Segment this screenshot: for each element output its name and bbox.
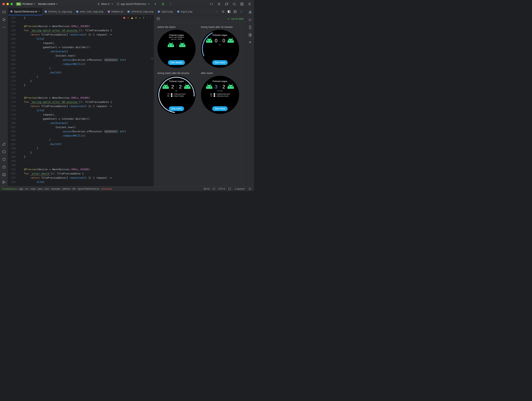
device-manager-icon[interactable] [248, 25, 252, 29]
settings-icon[interactable] [240, 2, 244, 6]
file-encoding[interactable]: UTF-8 [218, 187, 225, 190]
svg-point-6 [218, 3, 220, 5]
svg-rect-27 [177, 11, 179, 12]
preview-item: during match after 80 minutesFictional L… [157, 72, 199, 114]
tab-dropdown-icon[interactable] [215, 10, 219, 14]
status-more-icon[interactable] [248, 187, 252, 191]
indent-info[interactable]: 2 spaces* [234, 187, 245, 190]
preview-label: before the match [157, 26, 176, 28]
project-badge[interactable]: PL [16, 2, 21, 6]
inspections-widget[interactable]: 1 4 5 ˄ ˅ [122, 16, 152, 20]
left-tool-rail [0, 8, 8, 186]
close-window[interactable] [2, 3, 5, 5]
readonly-icon[interactable] [228, 187, 232, 191]
tab-label: Helpers.kt [111, 10, 123, 13]
see-more-button[interactable]: See more [212, 106, 228, 111]
image-file-icon [127, 10, 130, 13]
vcs-menu[interactable]: Version control [38, 2, 58, 6]
watch-preview[interactable]: Fictional League0010'See more [201, 30, 239, 68]
watch-preview[interactable]: Fictional League32Full-time85'Garfield B… [201, 76, 239, 114]
gradle-icon[interactable] [248, 18, 252, 22]
device-selector[interactable]: Wear 4 [97, 2, 113, 6]
svg-point-4 [171, 4, 171, 4]
close-tab-icon[interactable]: ✕ [38, 10, 40, 13]
svg-rect-23 [76, 11, 78, 12]
structure-tool-icon[interactable] [2, 18, 6, 22]
svg-point-3 [171, 3, 171, 3]
list-view-icon[interactable] [221, 10, 225, 14]
watch-preview[interactable]: Fictional LeagueBack road StadiumJun 21,… [157, 30, 196, 68]
editor-tab[interactable]: logo1.png [175, 8, 194, 15]
match-time: Full-time [217, 90, 223, 92]
more-actions[interactable] [169, 2, 173, 6]
ai-assistant-icon[interactable] [248, 41, 252, 44]
image-file-icon [157, 10, 160, 13]
prev-highlight-icon[interactable]: ˄ [146, 16, 148, 19]
error-icon [123, 17, 126, 19]
code-editor[interactable]: 1551561571581591601611621631641651661671… [8, 15, 154, 186]
see-more-button[interactable]: See more [212, 60, 228, 65]
right-tool-rail [246, 8, 254, 186]
svg-point-5 [171, 4, 171, 5]
zoom-window[interactable] [10, 3, 13, 5]
league-label: Fictional League [213, 80, 227, 82]
next-highlight-icon[interactable]: ˅ [150, 16, 151, 19]
line-separator[interactable]: LF [212, 187, 215, 190]
terminal-tool-icon[interactable] [2, 173, 6, 177]
svg-point-33 [241, 11, 241, 12]
editor-tab[interactable]: west_ham_logo.png [74, 8, 105, 15]
run-config-selector[interactable]: app.SportsTileService [117, 2, 150, 6]
svg-rect-26 [158, 11, 160, 12]
svg-rect-40 [229, 188, 231, 190]
split-drag-handle[interactable]: ⠿ [151, 57, 154, 60]
preview-pane: Up-to-date before the matchFictional Lea… [154, 15, 246, 186]
statusbar: FootballScore › app › src › main › java … [0, 186, 254, 191]
editor-tab[interactable]: richmond_logo.png [125, 8, 155, 15]
problems-tool-icon[interactable] [2, 165, 6, 169]
run-button[interactable] [153, 2, 157, 6]
account-icon[interactable] [247, 2, 252, 6]
preview-item: before the matchFictional LeagueBack roa… [157, 26, 199, 68]
warning-icon [131, 17, 133, 19]
project-name[interactable]: PLDemo [22, 2, 35, 6]
watch-preview[interactable]: Fictional League2280'70'Ambrose Norm55'C… [157, 76, 196, 114]
minimize-window[interactable] [6, 3, 9, 5]
running-devices-icon[interactable] [248, 33, 252, 37]
image-file-icon [76, 10, 79, 13]
more-tools-icon[interactable] [2, 25, 6, 29]
breadcrumb[interactable]: FootballScore › app › src › main › java … [2, 187, 112, 190]
tab-more-icon[interactable] [239, 10, 243, 14]
preview-surface-icon[interactable] [156, 17, 160, 21]
debug-button[interactable] [161, 2, 165, 6]
sync-icon[interactable] [225, 2, 229, 6]
editor-tab[interactable]: SportsTileService.kt✕ [8, 8, 42, 15]
svg-point-14 [4, 27, 4, 28]
kotlin-file-icon [108, 10, 110, 13]
updates-icon[interactable] [217, 2, 221, 6]
svg-point-9 [249, 3, 250, 4]
editor-tab[interactable]: logo2.png [155, 8, 175, 15]
design-view-icon[interactable] [233, 10, 237, 14]
project-tool-icon[interactable] [2, 10, 6, 14]
svg-rect-28 [228, 10, 229, 13]
tab-label: west_ham_logo.png [80, 10, 103, 13]
code-with-me-icon[interactable] [209, 2, 213, 6]
vcs-tool-icon[interactable] [2, 180, 6, 184]
search-icon[interactable] [232, 2, 236, 6]
editor-tab[interactable]: Helpers.kt [105, 8, 125, 15]
see-more-button[interactable]: See more [169, 106, 184, 111]
see-more-button[interactable]: See details [168, 60, 185, 65]
warning-count: 4 [135, 16, 137, 19]
caret-position[interactable]: 56:43 [203, 187, 209, 190]
logcat-tool-icon[interactable] [2, 157, 6, 161]
split-view-icon[interactable] [227, 10, 231, 14]
kotlin-file-icon [10, 10, 13, 13]
tab-label: themes_fc_logo.png [48, 10, 72, 13]
league-label: Fictional League [169, 34, 184, 36]
svg-point-0 [98, 3, 99, 5]
notifications-icon[interactable] [248, 10, 252, 14]
build-tool-icon[interactable] [2, 142, 6, 146]
editor-tab[interactable]: themes_fc_logo.png [42, 8, 74, 15]
preview-item: during match after 10 minutesFictional L… [201, 26, 242, 68]
inspect-tool-icon[interactable] [2, 150, 6, 154]
